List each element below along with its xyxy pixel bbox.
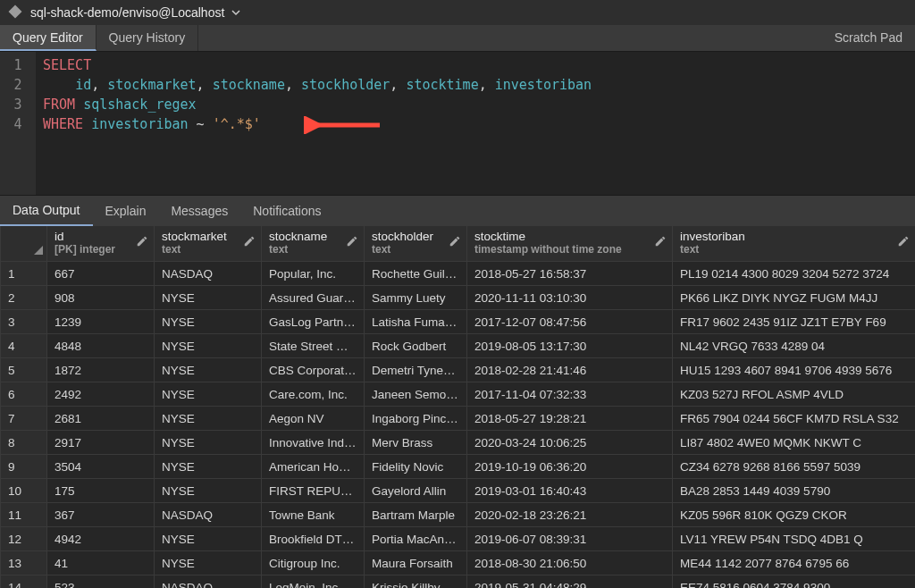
cell-stocktime[interactable]: 2019-08-05 13:17:30 [467, 334, 673, 358]
cell-stockholder[interactable]: Ingaborg Pinchin [365, 407, 467, 431]
table-row[interactable]: 62492NYSECare.com, Inc.Janeen Semonin201… [1, 382, 916, 407]
cell-stockname[interactable]: Towne Bank [262, 503, 365, 527]
cell-investoriban[interactable]: PK66 LIKZ DIYK NYGZ FUGM M4JJ [673, 286, 916, 310]
cell-stocktime[interactable]: 2019-10-19 06:36:20 [467, 455, 673, 479]
cell-stockname[interactable]: State Street Cor… [262, 334, 365, 358]
cell-stockholder[interactable]: Merv Brass [365, 431, 467, 455]
cell-stockname[interactable]: Brookfield DTL… [262, 527, 365, 551]
cell-id[interactable]: 2917 [47, 431, 155, 455]
cell-stockname[interactable]: Citigroup Inc. [262, 551, 365, 575]
cell-stockholder[interactable]: Demetri Tynemo… [365, 358, 467, 382]
table-row[interactable]: 124942NYSEBrookfield DTL…Portia MacAndie… [1, 527, 916, 551]
cell-stockmarket[interactable]: NYSE [155, 286, 262, 310]
cell-stockmarket[interactable]: NASDAQ [155, 262, 262, 286]
pencil-icon[interactable] [449, 235, 461, 250]
cell-investoriban[interactable]: BA28 2853 1449 4039 5790 [673, 479, 916, 503]
table-row[interactable]: 72681NYSEAegon NVIngaborg Pinchin2018-05… [1, 407, 916, 431]
cell-id[interactable]: 2492 [47, 382, 155, 407]
cell-investoriban[interactable]: KZ05 596R 810K QGZ9 CKOR [673, 503, 916, 527]
col-header-id[interactable]: id [PK] integer [47, 226, 155, 262]
connection-selector[interactable]: sql-shack-demo/enviso@Localhost [30, 5, 240, 20]
cell-stockholder[interactable]: Portia MacAndie [365, 527, 467, 551]
cell-stocktime[interactable]: 2020-02-18 23:26:21 [467, 503, 673, 527]
pencil-icon[interactable] [136, 235, 148, 250]
cell-stocktime[interactable]: 2020-11-11 03:10:30 [467, 286, 673, 310]
cell-stockname[interactable]: Innovative Indu… [262, 431, 365, 455]
cell-id[interactable]: 908 [47, 286, 155, 310]
cell-stockmarket[interactable]: NYSE [155, 431, 262, 455]
cell-id[interactable]: 175 [47, 479, 155, 503]
table-row[interactable]: 10175NYSEFIRST REPUBLI…Gayelord Allin201… [1, 479, 916, 503]
cell-id[interactable]: 1239 [47, 310, 155, 334]
cell-stockmarket[interactable]: NASDAQ [155, 503, 262, 527]
cell-stockmarket[interactable]: NYSE [155, 479, 262, 503]
cell-id[interactable]: 41 [47, 551, 155, 575]
cell-investoriban[interactable]: FR17 9602 2435 91IZ JZ1T E7BY F69 [673, 310, 916, 334]
cell-id[interactable]: 4942 [47, 527, 155, 551]
cell-stockmarket[interactable]: NYSE [155, 334, 262, 358]
sql-editor[interactable]: 1 2 3 4 SELECT id, stockmarket, stocknam… [0, 52, 915, 195]
tab-query-editor[interactable]: Query Editor [0, 25, 97, 51]
col-header-stockmarket[interactable]: stockmarket text [155, 226, 262, 262]
table-row[interactable]: 1667NASDAQPopular, Inc.Rochette Guilfoyl… [1, 262, 916, 286]
cell-stockholder[interactable]: Gayelord Allin [365, 479, 467, 503]
cell-investoriban[interactable]: LI87 4802 4WE0 MQMK NKWT C [673, 431, 916, 455]
cell-stockname[interactable]: Assured Guaran… [262, 286, 365, 310]
cell-investoriban[interactable]: PL19 0214 4300 8029 3204 5272 3724 [673, 262, 916, 286]
cell-stockmarket[interactable]: NYSE [155, 382, 262, 407]
table-row[interactable]: 1341NYSECitigroup Inc.Maura Forsaith2018… [1, 551, 916, 575]
cell-stocktime[interactable]: 2017-11-04 07:32:33 [467, 382, 673, 407]
table-row[interactable]: 2908NYSEAssured Guaran…Sammy Luety2020-1… [1, 286, 916, 310]
cell-investoriban[interactable]: EE74 5816 0604 3784 9300 [673, 575, 916, 589]
tab-data-output[interactable]: Data Output [0, 196, 93, 226]
code-area[interactable]: SELECT id, stockmarket, stockname, stock… [36, 52, 915, 195]
cell-investoriban[interactable]: LV11 YREW P54N TSDQ 4DB1 Q [673, 527, 916, 551]
cell-stockholder[interactable]: Maura Forsaith [365, 551, 467, 575]
cell-stockmarket[interactable]: NYSE [155, 358, 262, 382]
cell-stocktime[interactable]: 2017-12-07 08:47:56 [467, 310, 673, 334]
pencil-icon[interactable] [654, 235, 667, 250]
cell-stockholder[interactable]: Latisha Fumagall [365, 310, 467, 334]
cell-investoriban[interactable]: HU15 1293 4607 8941 9706 4939 5676 [673, 358, 916, 382]
col-header-investoriban[interactable]: investoriban text [673, 226, 916, 262]
pencil-icon[interactable] [243, 235, 256, 250]
cell-investoriban[interactable]: ME44 1142 2077 8764 6795 66 [673, 551, 916, 575]
cell-investoriban[interactable]: KZ03 527J RFOL ASMP 4VLD [673, 382, 916, 407]
cell-id[interactable]: 2681 [47, 407, 155, 431]
cell-id[interactable]: 667 [47, 262, 155, 286]
tab-explain[interactable]: Explain [93, 197, 159, 225]
cell-id[interactable]: 523 [47, 575, 155, 589]
tab-query-history[interactable]: Query History [97, 25, 199, 51]
table-row[interactable]: 82917NYSEInnovative Indu…Merv Brass2020-… [1, 431, 916, 455]
cell-stockname[interactable]: Care.com, Inc. [262, 382, 365, 407]
cell-id[interactable]: 1872 [47, 358, 155, 382]
cell-stockmarket[interactable]: NYSE [155, 527, 262, 551]
cell-stockholder[interactable]: Janeen Semonin [365, 382, 467, 407]
cell-stocktime[interactable]: 2020-03-24 10:06:25 [467, 431, 673, 455]
cell-investoriban[interactable]: FR65 7904 0244 56CF KM7D RSLA S32 [673, 407, 916, 431]
results-grid[interactable]: id [PK] integer stockmarket text stockna… [0, 225, 915, 588]
tab-scratch-pad[interactable]: Scratch Pad [822, 25, 915, 51]
cell-stockholder[interactable]: Rock Godbert [365, 334, 467, 358]
cell-stockname[interactable]: American Hom… [262, 455, 365, 479]
cell-stocktime[interactable]: 2018-08-30 21:06:50 [467, 551, 673, 575]
cell-stockholder[interactable]: Krissie Killby [365, 575, 467, 589]
cell-stockname[interactable]: GasLog Partner… [262, 310, 365, 334]
table-row[interactable]: 93504NYSEAmerican Hom…Fidelity Novic2019… [1, 455, 916, 479]
cell-stocktime[interactable]: 2019-05-31 04:48:29 [467, 575, 673, 589]
cell-stockholder[interactable]: Bartram Marple [365, 503, 467, 527]
col-header-stockname[interactable]: stockname text [262, 226, 365, 262]
cell-stockmarket[interactable]: NYSE [155, 310, 262, 334]
cell-stockname[interactable]: Popular, Inc. [262, 262, 365, 286]
table-row[interactable]: 14523NASDAQLogMein, Inc.Krissie Killby20… [1, 575, 916, 589]
cell-stocktime[interactable]: 2018-05-27 16:58:37 [467, 262, 673, 286]
cell-id[interactable]: 4848 [47, 334, 155, 358]
cell-stockmarket[interactable]: NYSE [155, 455, 262, 479]
tab-notifications[interactable]: Notifications [240, 197, 333, 225]
cell-id[interactable]: 367 [47, 503, 155, 527]
col-header-stocktime[interactable]: stocktime timestamp without time zone [467, 226, 673, 262]
pencil-icon[interactable] [897, 235, 910, 250]
cell-stocktime[interactable]: 2019-03-01 16:40:43 [467, 479, 673, 503]
cell-stockname[interactable]: Aegon NV [262, 407, 365, 431]
cell-stockmarket[interactable]: NYSE [155, 407, 262, 431]
